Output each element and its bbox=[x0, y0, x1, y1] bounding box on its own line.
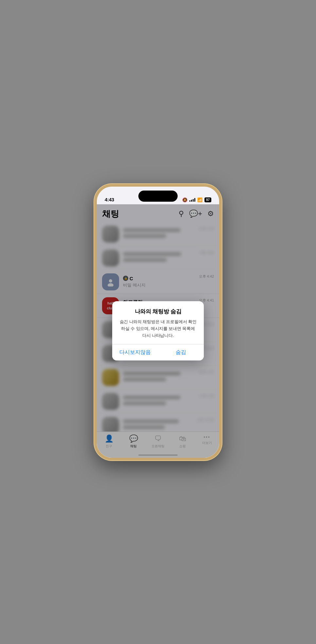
modal-description: 숨긴 나와의 채팅방은 내 프로필에서 확인하실 수 있으며, 메시지를 보내면… bbox=[119, 319, 197, 339]
modal-confirm-button[interactable]: 숨김 bbox=[158, 344, 204, 360]
status-icons: 🔕 📶 97 bbox=[182, 197, 211, 202]
wifi-icon: 📶 bbox=[197, 197, 202, 202]
modal-cancel-button[interactable]: 다시보지않음 bbox=[112, 344, 158, 360]
phone-frame: 4:43 🔕 📶 97 채팅 ⚲ 💬+ ⚙ bbox=[94, 184, 222, 460]
dynamic-island bbox=[138, 191, 178, 202]
signal-icon bbox=[189, 198, 195, 202]
modal-overlay: 나와의 채팅방 숨김 숨긴 나와의 채팅방은 내 프로필에서 확인하실 수 있으… bbox=[97, 204, 219, 458]
app-content: 채팅 ⚲ 💬+ ⚙ 오후 3:42 bbox=[97, 204, 219, 458]
modal-buttons: 다시보지않음 숨김 bbox=[112, 344, 204, 360]
mute-icon: 🔕 bbox=[182, 197, 187, 202]
status-time: 4:43 bbox=[105, 197, 114, 202]
modal-title: 나와의 채팅방 숨김 bbox=[119, 308, 197, 315]
modal-body: 나와의 채팅방 숨김 숨긴 나와의 채팅방은 내 프로필에서 확인하실 수 있으… bbox=[112, 301, 204, 344]
modal-dialog: 나와의 채팅방 숨김 숨긴 나와의 채팅방은 내 프로필에서 확인하실 수 있으… bbox=[112, 301, 204, 360]
battery-icon: 97 bbox=[204, 197, 211, 202]
